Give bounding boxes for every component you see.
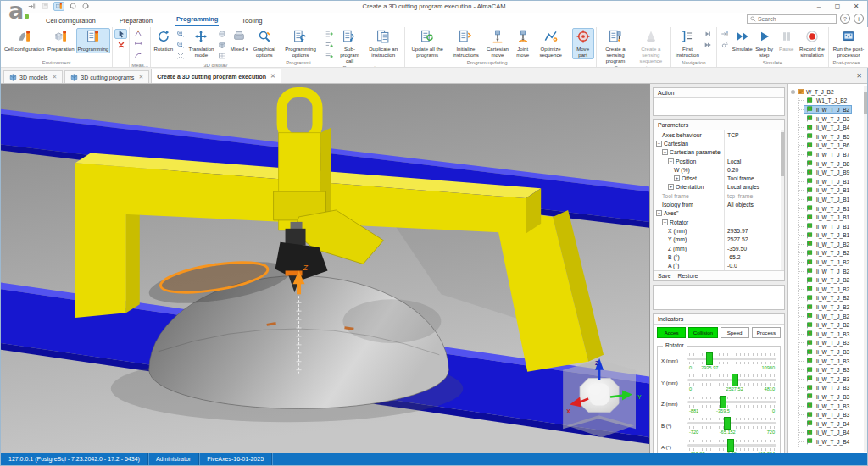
tree-item[interactable]: li_W_T_J_B1 [799, 195, 867, 204]
parameter-value[interactable]: 2527.52 [725, 236, 784, 242]
parameter-row-offset[interactable]: +OffsetTool frame [654, 174, 784, 182]
parameter-row-isology-from[interactable]: Isology fromAll objects [654, 200, 784, 208]
parameter-value[interactable]: Tool frame [725, 175, 784, 181]
graphical-options-button[interactable]: Graphical options [250, 28, 279, 59]
slider-handle[interactable] [720, 396, 726, 408]
tree-item[interactable]: li_W_T_J_B5 [799, 132, 867, 141]
parameter-row-axes-behaviour[interactable]: Axes behaviourTCP [654, 130, 784, 139]
tree-item[interactable]: li_W_T_J_B4 [799, 123, 867, 132]
parameter-value[interactable]: -359.50 [725, 246, 784, 252]
step-by-step-button[interactable]: Step by step [754, 28, 776, 59]
search-input[interactable] [758, 16, 833, 22]
tab-close-icon[interactable]: ✕ [138, 74, 143, 80]
slider-handle[interactable] [727, 439, 734, 452]
slider-handle[interactable] [706, 352, 713, 365]
tree-item[interactable]: li_W_T_J_B3 [799, 365, 867, 374]
info-button[interactable]: i [854, 14, 864, 24]
tree-item[interactable]: li_W_T_J_B3 [799, 114, 867, 124]
collapse-icon[interactable]: − [656, 210, 662, 216]
document-tab-3d-cutting-programs[interactable]: 3D cutting programs✕ [64, 70, 149, 83]
tree-item[interactable]: li_W_T_J_B3 [799, 330, 867, 339]
parameter-row-orientation[interactable]: +OrientationLocal angles [654, 183, 784, 191]
parameter-value[interactable]: tcp_frame [725, 193, 784, 199]
slider-track[interactable] [687, 358, 776, 360]
tree-item[interactable]: li_W_T_J_B2 [799, 320, 867, 330]
tree-item[interactable]: li_W_T_J_B3 [799, 402, 867, 411]
parameter-row-rotator[interactable]: −Rotator [654, 218, 784, 226]
tree-item[interactable]: li_W_T_J_B2 [799, 258, 867, 267]
tree-item[interactable]: li_W_T_J_B1 [799, 231, 867, 241]
parameter-value[interactable]: Local [725, 158, 784, 164]
tree-item[interactable]: li_W_T_J_B3 [799, 384, 867, 393]
tree-item[interactable]: W1_T_J_B2 [799, 97, 867, 106]
tree-item[interactable]: li_W_T_J_B4 [799, 429, 867, 438]
tree-item[interactable]: li_W_T_J_B1 [799, 222, 867, 231]
append-instruction-button[interactable] [322, 51, 335, 61]
parameter-row-cartesian[interactable]: −Cartesian [654, 139, 784, 147]
tab-bar-close-icon[interactable]: ✕ [856, 72, 862, 80]
cell-configuration-button[interactable]: Cell configuration [3, 28, 46, 53]
run-the-post-processor-button[interactable]: Run the post-processor [831, 28, 866, 59]
tree-item[interactable]: li_W_T_J_B3 [799, 357, 867, 366]
parameter-row-z-mm[interactable]: Z (mm)-359.50 [654, 244, 784, 252]
rotation-button[interactable]: Rotation [153, 28, 175, 53]
help-button[interactable]: ? [840, 14, 850, 24]
expand-icon[interactable]: + [674, 175, 680, 181]
parameter-row-position[interactable]: −PositionLocal [654, 157, 784, 165]
ribbon-tab-preparation[interactable]: Preparation [119, 15, 153, 26]
first-instruction-button[interactable]: First instruction [673, 28, 701, 59]
mixed-button[interactable]: Mixed ▾ [228, 28, 250, 53]
initialize-instructions-button[interactable]: Initialize instructions [448, 28, 484, 59]
parameter-row-axes[interactable]: −Axes" [654, 209, 784, 218]
tree-item[interactable]: li_W_T_J_B3 [799, 410, 867, 419]
slider-handle[interactable] [732, 374, 738, 386]
tab-close-icon[interactable]: ✕ [52, 74, 57, 80]
tree-item[interactable]: li_W_T_J_B7 [799, 150, 867, 159]
tree-item[interactable]: li_W_T_J_B6 [799, 141, 867, 151]
expand-icon[interactable]: + [668, 184, 674, 190]
tree-item[interactable]: li_W_T_J_B1 [799, 213, 867, 222]
collapse-icon[interactable]: − [662, 219, 668, 225]
programming-options-button[interactable]: Programming options [283, 28, 319, 59]
slider-track[interactable] [687, 401, 776, 403]
parameter-value[interactable]: All objects [725, 202, 784, 208]
collapse-icon[interactable]: − [656, 141, 662, 147]
ribbon-tab-tooling[interactable]: Tooling [241, 15, 263, 26]
parameter-row-a[interactable]: A (°)-0.0 [654, 261, 784, 269]
tree-item[interactable]: li_W_T_J_B3 [799, 347, 867, 357]
create-a-sensing-sequence-button[interactable]: Create a sensing sequence [632, 28, 669, 64]
tree-item[interactable]: li_W_T_J_B3 [799, 392, 867, 402]
tree-item[interactable]: li_W_T_J_B2 [799, 105, 867, 114]
parameter-value[interactable]: -65.2 [725, 254, 784, 260]
parameter-row-y-mm[interactable]: Y (mm)2527.52 [654, 236, 784, 244]
document-tab-create-a-3d-cutting-program-execution[interactable]: Create a 3D cutting program execution✕ [151, 69, 281, 83]
tree-item[interactable]: li_W_T_J_B1 [799, 186, 867, 196]
tree-item[interactable]: li_W_T_J_B2 [799, 240, 867, 249]
parameter-row-b[interactable]: B (°)-65.2 [654, 252, 784, 261]
tree-root-node[interactable]: W_T_J_B2 [791, 87, 867, 97]
optimize-sequence-button[interactable]: Optimize sequence [534, 28, 568, 59]
indicator-speed-button[interactable]: Speed [721, 327, 749, 338]
last-instruction-button[interactable] [702, 40, 715, 50]
record-the-simulation-button[interactable]: Record the simulation [798, 28, 827, 59]
sub-program-call-button[interactable]: Sub-program call [335, 28, 364, 64]
render-mode-button[interactable] [215, 40, 228, 50]
next-instruction-button[interactable] [702, 29, 715, 39]
zoom-in-button[interactable] [175, 29, 187, 39]
indicator-acces-button[interactable]: Acces [657, 327, 686, 338]
tree-item[interactable]: li_W_T_J_B2 [799, 285, 867, 294]
parameter-row-cartesian-paramete[interactable]: −Cartesian paramete [654, 148, 784, 157]
view-mode-button[interactable] [215, 29, 228, 39]
tree-item[interactable]: li_W_T_J_B2 [799, 302, 867, 312]
measure-arc-button[interactable] [131, 51, 144, 61]
ribbon-tab-cell-configuration[interactable]: Cell configuration [45, 15, 97, 26]
wireframe-button[interactable] [215, 51, 228, 61]
add-instruction-button[interactable] [322, 29, 335, 39]
collapse-icon[interactable]: − [662, 149, 668, 155]
tree-item[interactable]: li_W_T_J_B2 [799, 294, 867, 303]
parameter-value[interactable]: 0.20 [725, 167, 784, 173]
save-button[interactable]: Save [658, 273, 671, 279]
tree-item[interactable]: li_W_T_J_B3 [799, 339, 867, 348]
minimize-icon[interactable]: – [810, 1, 828, 12]
translation-mode-button[interactable]: Translation mode [187, 28, 215, 59]
